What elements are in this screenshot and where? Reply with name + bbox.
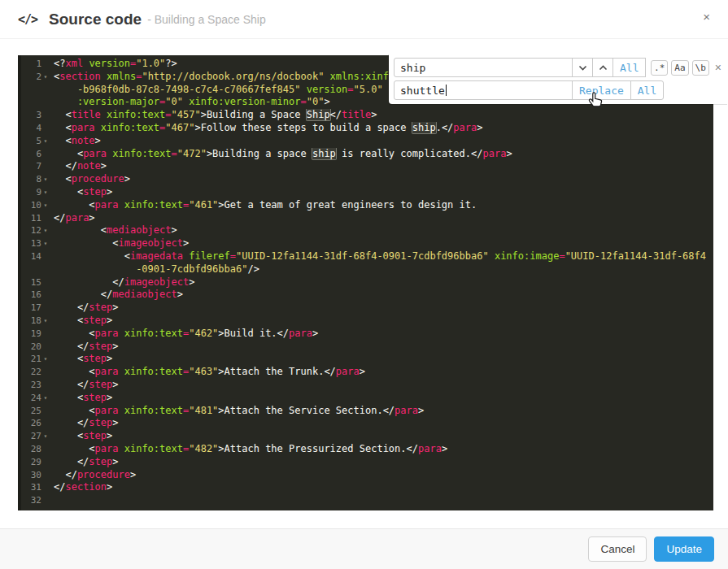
fold-arrow-icon[interactable]: ▾ — [41, 224, 50, 237]
search-close-icon[interactable]: × — [715, 61, 721, 74]
line-number: 26 — [31, 417, 41, 430]
fold-arrow-icon[interactable]: ▾ — [41, 199, 50, 212]
fold-arrow-icon[interactable]: ▾ — [41, 173, 50, 186]
line-number: 8 — [36, 173, 41, 186]
modal-footer: Cancel Update — [0, 528, 728, 569]
cancel-button[interactable]: Cancel — [588, 536, 647, 562]
line-number: 23 — [31, 379, 41, 392]
text-caret — [446, 85, 447, 96]
line-number: 17 — [31, 302, 41, 315]
modal-header: </> Source code - Building a Space Ship … — [0, 0, 728, 39]
code-line: 10▾<para xinfo:text="461">Get a team of … — [18, 199, 713, 212]
code-line: 11</para> — [18, 212, 713, 225]
replace-all-button[interactable]: All — [630, 80, 664, 100]
page-subtitle: - Building a Space Ship — [147, 13, 266, 26]
code-line: 20</step> — [18, 341, 713, 354]
line-number: 7 — [36, 160, 41, 173]
page-title: Source code — [49, 11, 142, 28]
code-line: 16</mediaobject> — [18, 289, 713, 302]
fold-arrow-icon[interactable]: ▾ — [41, 315, 50, 328]
code-icon: </> — [18, 12, 37, 27]
code-line: 6<para xinfo:text="472">Building a space… — [18, 148, 713, 161]
code-line: 30</procedure> — [18, 469, 713, 482]
source-editor[interactable]: 1<?xml version="1.0"?>2▾<section xmlns="… — [18, 55, 713, 510]
line-number: 14 — [31, 250, 41, 263]
regex-toggle-button[interactable]: .* — [651, 60, 668, 76]
fold-arrow-icon[interactable]: ▾ — [41, 135, 50, 148]
code-line: 21▾<step> — [18, 353, 713, 366]
line-number: 18 — [31, 315, 41, 328]
line-number: 10 — [31, 199, 41, 212]
code-line: 4<para xinfo:text="467">Follow these ste… — [18, 122, 713, 135]
code-line: -0901-7cdbfd96bba6"/> — [18, 263, 713, 276]
code-line: 3<title xinfo:text="457">Building a Spac… — [18, 109, 713, 122]
replace-row: shuttle Replace All — [394, 80, 721, 100]
chevron-up-icon — [599, 65, 608, 71]
find-next-button[interactable] — [572, 58, 593, 77]
line-number: 31 — [31, 481, 41, 494]
line-number: 4 — [36, 122, 41, 135]
find-prev-button[interactable] — [592, 58, 613, 77]
code-line: 9▾<step> — [18, 186, 713, 199]
code-line: 29</step> — [18, 456, 713, 469]
line-number: 30 — [31, 469, 41, 482]
line-number: 1 — [36, 58, 41, 71]
code-line: 19<para xinfo:text="462">Build it.</para… — [18, 328, 713, 341]
match-case-toggle-button[interactable]: Aa — [671, 60, 688, 76]
line-number: 29 — [31, 456, 41, 469]
code-line: 22<para xinfo:text="463">Attach the Trun… — [18, 366, 713, 379]
code-line: 8▾<procedure> — [18, 173, 713, 186]
modal-close-icon[interactable]: × — [703, 11, 710, 23]
replace-input-value: shuttle — [400, 85, 445, 97]
fold-arrow-icon[interactable]: ▾ — [41, 430, 50, 443]
whole-word-toggle-button[interactable]: \b — [692, 60, 709, 76]
line-number: 20 — [31, 341, 41, 354]
line-number: 28 — [31, 443, 41, 456]
line-number: 2 — [36, 71, 41, 84]
code-line: 23</step> — [18, 379, 713, 392]
fold-arrow-icon[interactable]: ▾ — [41, 71, 50, 84]
code-line: 31</section> — [18, 481, 713, 494]
replace-button[interactable]: Replace — [572, 80, 631, 100]
code-line: 27▾<step> — [18, 430, 713, 443]
line-number: 15 — [31, 276, 41, 289]
line-number: 25 — [31, 405, 41, 418]
line-number: 16 — [31, 289, 41, 302]
line-number: 6 — [36, 148, 41, 161]
code-line: 32 — [18, 494, 713, 507]
line-number: 5 — [36, 135, 41, 148]
fold-arrow-icon[interactable]: ▾ — [41, 186, 50, 199]
code-line: 25<para xinfo:text="481">Attach the Serv… — [18, 405, 713, 418]
code-line: 5▾<note> — [18, 135, 713, 148]
find-input-value: ship — [400, 62, 425, 74]
code-lines: 1<?xml version="1.0"?>2▾<section xmlns="… — [18, 58, 713, 507]
find-row: ship All .* Aa \b × — [394, 58, 721, 77]
replace-input[interactable]: shuttle — [394, 80, 573, 100]
code-line: 7</note> — [18, 160, 713, 173]
update-button[interactable]: Update — [654, 536, 714, 562]
code-line: 24▾<step> — [18, 392, 713, 405]
fold-arrow-icon[interactable]: ▾ — [41, 237, 50, 250]
line-number: 9 — [36, 186, 41, 199]
code-line: 17</step> — [18, 302, 713, 315]
find-all-button[interactable]: All — [612, 58, 646, 77]
line-number: 19 — [31, 328, 41, 341]
fold-arrow-icon[interactable]: ▾ — [41, 353, 50, 366]
line-number: 13 — [31, 237, 41, 250]
code-line: 15</imageobject> — [18, 276, 713, 289]
code-line: 28<para xinfo:text="482">Attach the Pres… — [18, 443, 713, 456]
line-number: 3 — [36, 109, 41, 122]
code-line: 14<imagedata fileref="UUID-12fa1144-31df… — [18, 250, 713, 263]
line-number: 32 — [31, 494, 41, 507]
line-number: 27 — [31, 430, 41, 443]
find-replace-panel: ship All .* Aa \b × shuttle Replace All — [389, 54, 728, 104]
code-line: 26</step> — [18, 417, 713, 430]
find-input[interactable]: ship — [394, 58, 573, 77]
line-number: 24 — [31, 392, 41, 405]
chevron-down-icon — [578, 65, 587, 71]
line-number: 22 — [31, 366, 41, 379]
fold-arrow-icon[interactable]: ▾ — [41, 392, 50, 405]
source-code-modal: </> Source code - Building a Space Ship … — [0, 0, 728, 569]
search-options: .* Aa \b × — [651, 58, 721, 77]
code-line: 12▾<mediaobject> — [18, 224, 713, 237]
